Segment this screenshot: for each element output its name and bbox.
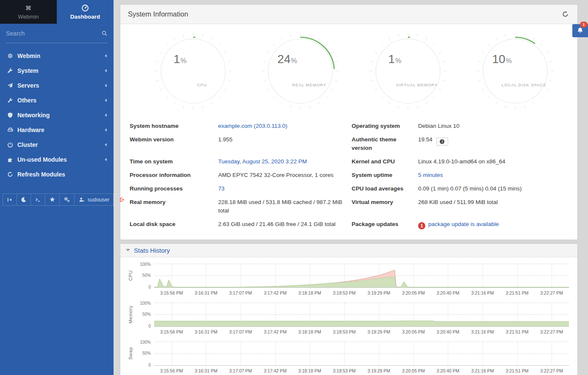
- info-label: Operating system: [352, 122, 418, 130]
- chart-xtick: 3:17:42 PM: [258, 368, 293, 375]
- chevron-left-icon: [105, 128, 107, 132]
- chart-xtick: 3:16:31 PM: [189, 368, 224, 375]
- refresh-icon: [562, 11, 569, 18]
- info-value: 19.54i: [418, 135, 568, 152]
- logout-button[interactable]: [115, 193, 130, 206]
- sidebar-item-system[interactable]: System: [0, 63, 114, 78]
- sidebar-item-refresh-modules[interactable]: Refresh Modules: [0, 167, 114, 182]
- gear-icon: [6, 53, 14, 59]
- chart-xtick: 3:18:53 PM: [327, 329, 362, 338]
- info-label: Kernel and CPU: [352, 157, 418, 166]
- info-label: CPU load averages: [352, 185, 418, 193]
- chart-xtick: 3:20:40 PM: [431, 329, 466, 338]
- info-value: 73: [218, 185, 352, 193]
- night-mode-button[interactable]: [17, 193, 31, 206]
- sidebar-item-un-used-modules[interactable]: Un-used Modules: [0, 152, 114, 167]
- info-value: 228.18 MiB used / 531.8 MiB cached / 987…: [218, 198, 352, 215]
- sidebar-item-label: Cluster: [17, 141, 105, 148]
- chart-xtick: 3:21:16 PM: [465, 329, 500, 338]
- collapse-sidebar-button[interactable]: [3, 193, 17, 206]
- stats-history-title: Stats History: [134, 247, 170, 254]
- chart-xtick: 3:17:07 PM: [223, 329, 258, 338]
- chart-xtick: 3:18:18 PM: [292, 290, 327, 299]
- chart-ytick: 100%: [140, 262, 151, 267]
- sidebar-tabs: Webmin Dashboard: [0, 0, 114, 24]
- info-value-text: 1.955: [218, 136, 233, 143]
- main-content: System Information 1%CPU24%REAL MEMORY1%…: [114, 0, 588, 375]
- dashboard-gauge-icon: [81, 4, 89, 12]
- terminal-button[interactable]: [31, 193, 45, 206]
- favorites-button[interactable]: [45, 193, 60, 206]
- sidebar-menu: WebminSystemServersOthersNetworkingHardw…: [0, 48, 114, 182]
- system-information-header: System Information: [120, 5, 577, 24]
- star-icon: [49, 196, 55, 203]
- sidebar-item-networking[interactable]: Networking: [0, 108, 114, 122]
- chart-xtick: 3:18:53 PM: [327, 368, 362, 375]
- theme-settings-button[interactable]: [60, 193, 75, 206]
- info-value-text: 19.54: [418, 136, 433, 143]
- chart-ytick: 0: [148, 324, 151, 328]
- sidebar-item-label: Networking: [17, 112, 105, 119]
- sidebar: Webmin Dashboard WebminSystemServersOthe…: [0, 0, 114, 375]
- theme-info-button[interactable]: i: [436, 138, 448, 146]
- info-value: 1.955: [218, 135, 352, 152]
- sidebar-item-cluster[interactable]: Cluster: [0, 137, 114, 152]
- info-value: 268 KiB used / 511.99 MiB total: [418, 198, 568, 215]
- info-label: Webmin version: [130, 135, 218, 152]
- chevron-left-icon: [105, 54, 107, 58]
- sidebar-item-label: Un-used Modules: [17, 156, 105, 163]
- info-value-link[interactable]: 5 minutes: [418, 172, 443, 178]
- sidebar-item-servers[interactable]: Servers: [0, 78, 114, 93]
- tab-dashboard[interactable]: Dashboard: [57, 0, 114, 24]
- stats-history-header[interactable]: Stats History: [120, 244, 577, 257]
- info-icon: i: [440, 139, 444, 144]
- chart-ytick: 50%: [142, 273, 151, 278]
- sidebar-footer: sudouser: [3, 193, 111, 206]
- chart-ytick: 0: [148, 285, 151, 290]
- info-label: Authentic theme version: [352, 135, 418, 152]
- tab-dashboard-label: Dashboard: [70, 14, 100, 20]
- chart-xtick: 3:22:27 PM: [534, 368, 569, 375]
- sidebar-item-others[interactable]: Others: [0, 93, 114, 108]
- info-value-link[interactable]: example.com (203.0.113.0): [218, 123, 287, 129]
- info-value: 5 minutes: [418, 171, 568, 179]
- chart-xtick: 3:16:31 PM: [189, 290, 224, 299]
- gauge-label: VIRTUAL MEMORY: [396, 83, 438, 87]
- stats-history-panel: Stats History CPU100%50%03:15:56 PM3:16:…: [120, 243, 578, 375]
- info-value-link[interactable]: Tuesday, August 25, 2020 3:22 PM: [218, 158, 307, 165]
- chart-ytick: 0: [148, 363, 151, 367]
- info-label: Running processes: [130, 185, 218, 193]
- info-value-link[interactable]: 73: [218, 185, 225, 192]
- sidebar-item-webmin[interactable]: Webmin: [0, 48, 114, 63]
- chart-ytick: 100%: [140, 340, 151, 345]
- chart-xtick: 3:20:05 PM: [396, 368, 431, 375]
- sidebar-item-hardware[interactable]: Hardware: [0, 122, 114, 137]
- sidebar-item-label: System: [17, 67, 105, 74]
- sidebar-item-label: Hardware: [17, 127, 105, 133]
- chart-xaxis: 3:15:56 PM3:16:31 PM3:17:07 PM3:17:42 PM…: [154, 288, 569, 299]
- chart-xtick: 3:21:51 PM: [500, 368, 535, 375]
- chart-xtick: 3:20:05 PM: [396, 290, 431, 299]
- gauge-label: REAL MEMORY: [292, 83, 327, 87]
- chart-xtick: 3:21:16 PM: [465, 290, 500, 299]
- gauge-cpu: 1%CPU: [153, 31, 233, 111]
- tab-webmin[interactable]: Webmin: [0, 0, 57, 24]
- info-label: Real memory: [130, 198, 218, 215]
- user-menu-button[interactable]: sudouser: [75, 193, 114, 206]
- update-count-badge: 1: [418, 222, 425, 229]
- system-information-body: 1%CPU24%REAL MEMORY1%VIRTUAL MEMORY10%LO…: [120, 24, 577, 240]
- power-icon: [6, 142, 14, 148]
- wrench-icon: [6, 68, 14, 74]
- sidebar-item-label: Others: [17, 97, 105, 104]
- chart-xtick: 3:15:56 PM: [154, 329, 189, 338]
- notifications-bell-button[interactable]: 1: [572, 24, 588, 37]
- info-value-link[interactable]: package update is available: [428, 221, 499, 227]
- sidebar-item-label: Webmin: [17, 52, 105, 59]
- refresh-button[interactable]: [561, 10, 570, 19]
- chart-xtick: 3:17:07 PM: [223, 368, 258, 375]
- search-icon[interactable]: [101, 30, 108, 36]
- search-input[interactable]: [6, 30, 101, 37]
- chart-ylabel-memory: Memory: [126, 303, 135, 327]
- gauge-virtual-memory: 1%VIRTUAL MEMORY: [368, 31, 448, 111]
- info-label: Time on system: [130, 157, 218, 166]
